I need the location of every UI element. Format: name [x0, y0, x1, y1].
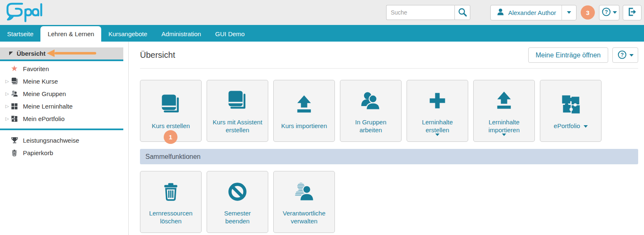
sidebar-item-label: Meine Kurse — [23, 78, 58, 85]
tree-collapsed-icon[interactable] — [0, 91, 11, 96]
ban-icon — [227, 179, 248, 205]
sidebar-item-leistungsnachweise[interactable]: Leistungsnachweise — [0, 134, 128, 146]
tile-label: Lernressourcen löschen — [146, 210, 196, 225]
header-divider — [140, 68, 638, 69]
tile-eportfolio[interactable]: ePortfolio — [540, 80, 602, 142]
sidebar-item-label: Leistungsnachweise — [23, 137, 79, 144]
trophy-icon — [11, 136, 23, 144]
puzzle-icon — [11, 115, 23, 122]
tree-collapsed-icon[interactable] — [0, 79, 11, 84]
quickstart-tiles: Kurs erstellen 1 Kurs mit Assistent erst… — [140, 80, 638, 142]
sidebar-item-meine-gruppen[interactable]: Meine Gruppen — [0, 87, 128, 100]
star-icon — [11, 65, 23, 72]
annotation-badge: 1 — [164, 130, 177, 144]
open-entries-button[interactable]: Meine Einträge öffnen — [528, 47, 608, 63]
section-header-sammelfunktionen: Sammelfunktionen — [140, 149, 638, 164]
book-icon — [160, 92, 182, 117]
search-group — [386, 5, 470, 20]
user-menu-group: Alexander Author — [490, 5, 577, 20]
people-icon — [360, 88, 382, 114]
tile-label: In Gruppen arbeiten — [346, 119, 396, 134]
sidebar-item-label: Papierkorb — [23, 149, 53, 156]
notification-badge[interactable]: 3 — [581, 5, 595, 20]
manage-people-icon — [293, 179, 315, 205]
tile-lerninhalte-erstellen[interactable]: Lerninhalte erstellen — [407, 80, 468, 142]
sidebar-item-label: Übersicht — [17, 50, 45, 57]
sidebar-item-label: Favoriten — [23, 65, 49, 72]
sidebar-item-meine-lerninhalte[interactable]: Meine Lerninhalte — [0, 100, 128, 112]
tab-startseite[interactable]: Startseite — [0, 26, 40, 42]
sidebar-item-papierkorb[interactable]: Papierkorb — [0, 146, 128, 159]
sidebar-divider — [0, 129, 123, 130]
tile-label: Kurs mit Assistent erstellen — [212, 119, 262, 134]
chevron-down-icon — [613, 11, 617, 14]
tile-kurs-importieren[interactable]: Kurs importieren — [273, 80, 335, 142]
book-icon — [11, 77, 23, 85]
tab-gui-demo[interactable]: GUI Demo — [208, 26, 252, 42]
sidebar-tree: Favoriten Meine Kurse — [0, 62, 128, 125]
help-icon: ? — [602, 7, 611, 18]
search-button[interactable] — [454, 5, 470, 20]
tree-expanded-icon[interactable] — [9, 52, 13, 55]
upload-icon — [493, 88, 515, 114]
people-icon — [11, 90, 23, 97]
main-content: Übersicht Meine Einträge öffnen ? — [129, 42, 644, 235]
tile-lerninhalte-importieren[interactable]: Lerninhalte importieren — [473, 80, 535, 142]
sidebar: Übersicht Favoriten — [0, 42, 129, 235]
tab-kursangebote[interactable]: Kursangebote — [101, 26, 154, 42]
logout-button[interactable] — [623, 5, 642, 20]
tile-label: Verantwortliche verwalten — [279, 210, 329, 225]
tree-collapsed-icon[interactable] — [0, 116, 11, 121]
user-menu-caret-button[interactable] — [562, 5, 576, 20]
sidebar-item-favoriten[interactable]: Favoriten — [0, 62, 128, 75]
puzzle-icon — [560, 92, 582, 117]
bulk-function-tiles: Lernressourcen löschen Semester beenden — [140, 171, 638, 233]
page-help-button[interactable]: ? — [612, 47, 638, 63]
tab-lehren-lernen[interactable]: Lehren & Lernen — [40, 26, 101, 42]
help-menu-button[interactable]: ? — [599, 5, 619, 20]
tile-kurs-mit-assistent[interactable]: Kurs mit Assistent erstellen — [207, 80, 268, 142]
page-title: Übersicht — [140, 50, 175, 60]
search-input[interactable] — [386, 5, 454, 20]
chevron-down-icon — [435, 134, 439, 136]
tile-label: Kurs importieren — [279, 122, 329, 130]
main-nav: Startseite Lehren & Lernen Kursangebote … — [0, 25, 644, 42]
help-icon: ? — [617, 50, 627, 61]
tile-label: ePortfolio — [554, 122, 580, 130]
user-icon — [496, 7, 505, 17]
plus-icon — [427, 88, 448, 114]
sidebar-item-meine-kurse[interactable]: Meine Kurse — [0, 75, 128, 87]
tab-administration[interactable]: Administration — [155, 26, 208, 42]
svg-text:?: ? — [605, 9, 608, 15]
tile-in-gruppen-arbeiten[interactable]: In Gruppen arbeiten — [340, 80, 402, 142]
chevron-down-icon — [567, 11, 571, 14]
tree-collapsed-icon[interactable] — [0, 104, 11, 109]
svg-text:?: ? — [620, 52, 624, 57]
trash-icon — [11, 149, 23, 156]
sidebar-item-label: Mein ePortfolio — [23, 115, 65, 122]
sidebar-item-label: Meine Lerninhalte — [23, 103, 72, 110]
user-menu-button[interactable]: Alexander Author — [491, 5, 562, 20]
opal-logo[interactable] — [5, 1, 43, 24]
trash-icon — [160, 179, 181, 205]
tile-kurs-erstellen[interactable]: Kurs erstellen 1 — [140, 80, 202, 142]
sidebar-item-mein-eportfolio[interactable]: Mein ePortfolio — [0, 112, 128, 125]
search-icon — [457, 7, 467, 18]
tile-verantwortliche-verwalten[interactable]: Verantwortliche verwalten — [273, 171, 335, 233]
sidebar-item-label: Meine Gruppen — [23, 90, 66, 97]
logout-icon — [627, 7, 637, 18]
book-icon — [226, 88, 249, 114]
upload-icon — [293, 92, 315, 117]
chevron-down-icon — [502, 134, 506, 136]
tile-lernressourcen-loeschen[interactable]: Lernressourcen löschen — [140, 171, 202, 233]
chevron-down-icon — [584, 125, 588, 128]
tile-label: Kurs erstellen — [146, 122, 196, 130]
tile-label: Lerninhalte importieren — [479, 119, 529, 134]
sidebar-tools: Leistungsnachweise Papierkorb — [0, 134, 128, 159]
topbar: Alexander Author 3 ? — [0, 0, 644, 25]
tile-semester-beenden[interactable]: Semester beenden — [207, 171, 268, 233]
tile-label: Lerninhalte erstellen — [412, 119, 462, 134]
chevron-down-icon — [629, 54, 634, 57]
sidebar-item-uebersicht[interactable]: Übersicht — [0, 47, 123, 61]
user-name: Alexander Author — [508, 9, 556, 16]
